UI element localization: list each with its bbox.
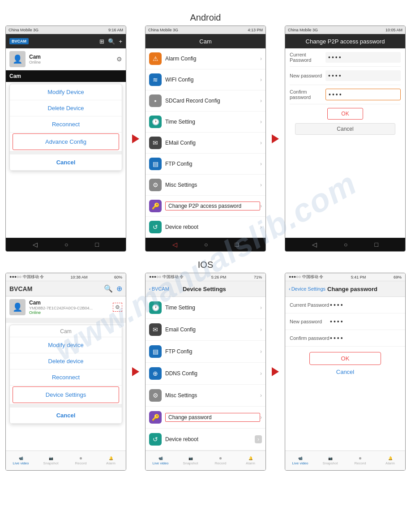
ok-button[interactable]: OK xyxy=(327,108,363,120)
recents-nav-btn[interactable]: □ xyxy=(235,241,239,248)
back-nav-btn[interactable]: ◁ xyxy=(172,241,177,248)
ios3-back-btn[interactable]: ‹ Device Settings xyxy=(289,286,325,292)
recents-nav-btn[interactable]: □ xyxy=(375,241,378,248)
page-wrapper: www.manualslib.com Android China Mobile … xyxy=(0,0,411,484)
ios-changepw-item[interactable]: 🔑 Change password › xyxy=(146,407,265,429)
tab-live-video[interactable]: 📹 Live video xyxy=(6,451,36,470)
ios-email-item[interactable]: ✉ Email Config › xyxy=(146,319,265,341)
home-nav-btn[interactable]: ○ xyxy=(344,241,347,248)
settings-item-wifi[interactable]: ≋ WIFI Config › xyxy=(146,69,265,90)
tab-alarm[interactable]: 🔔 Alarm xyxy=(96,451,126,470)
ios-misc-item[interactable]: ⚙ Misc Settings › xyxy=(146,385,265,407)
settings-item-email[interactable]: ✉ EMail Config › xyxy=(146,133,265,154)
back-nav-btn[interactable]: ◁ xyxy=(33,241,38,248)
ios-phone3-content: Current Password •••• New password •••• … xyxy=(285,297,405,450)
ios-cancel-button[interactable]: Cancel xyxy=(334,367,356,377)
pw-form: Current Password •••• New password •••• xyxy=(285,48,405,238)
advance-config-item[interactable]: Advance Config xyxy=(13,133,119,150)
current-password-input[interactable]: •••• xyxy=(325,52,401,63)
phone2-header-title: Cam xyxy=(149,38,262,45)
settings-item-misc[interactable]: ⚙ Misc Settings › xyxy=(146,175,265,196)
tab-record-2[interactable]: ⏺ Record xyxy=(206,451,235,470)
settings-item-sdcard[interactable]: ▪ SDCard Record Config › xyxy=(146,90,265,112)
ftp-label: FTP Config xyxy=(165,161,260,167)
ios-gear-icon[interactable]: ⚙ xyxy=(113,303,122,312)
tab-live-video-2[interactable]: 📹 Live video xyxy=(146,451,176,470)
settings-item-reboot[interactable]: ↺ Device reboot › xyxy=(146,217,265,238)
search-icon[interactable]: 🔍 xyxy=(104,284,113,293)
android-phone1-status-bar: China Mobile 3G 9:16 AM xyxy=(6,26,126,34)
tab-alarm-3[interactable]: 🔔 Alarm xyxy=(375,451,405,470)
ios3-battery-text: 69% xyxy=(394,275,402,279)
back-nav-btn[interactable]: ◁ xyxy=(312,241,317,248)
chevron-icon: › xyxy=(260,56,262,62)
add-icon[interactable]: + xyxy=(119,38,122,45)
ios-reboot-label: Device reboot xyxy=(165,436,255,442)
android-phone2-app-header: Cam xyxy=(146,34,265,48)
delete-device-item[interactable]: Delete Device xyxy=(10,100,122,116)
snapshot-icon-2: 📷 xyxy=(188,456,193,460)
ios-ddns-label: DDNS Config xyxy=(165,370,260,377)
cam-info: Cam Online xyxy=(29,54,116,64)
settings-item-ftp[interactable]: ▤ FTP Config › xyxy=(146,154,265,175)
settings-item-alarm[interactable]: ⚠ Alarm Config › xyxy=(146,48,265,69)
confirm-password-input[interactable]: •••• xyxy=(325,89,401,100)
settings-item-p2p[interactable]: 🔑 Change P2P access password › xyxy=(146,196,265,217)
ios-ok-button[interactable]: OK xyxy=(309,352,381,365)
arrow-3 xyxy=(129,273,142,471)
android-phone-2: China Mobile 3G 4:13 PM Cam ⚠ Alarm Conf… xyxy=(145,26,266,252)
home-nav-btn[interactable]: ○ xyxy=(64,241,68,248)
arrow-2 xyxy=(269,26,282,252)
ios-reboot-item[interactable]: ↺ Device reboot › xyxy=(146,429,265,450)
ios-email-icon: ✉ xyxy=(149,323,162,336)
home-nav-btn[interactable]: ○ xyxy=(204,241,208,248)
tab-snapshot-2[interactable]: 📷 Snapshot xyxy=(176,451,206,470)
time-text: 9:16 AM xyxy=(108,28,123,32)
new-password-row: New password •••• xyxy=(290,70,401,85)
chevron-icon: › xyxy=(255,435,262,443)
ios-device-settings-item[interactable]: Device Settings xyxy=(13,386,119,403)
ios-delete-device-item[interactable]: Delete device xyxy=(10,353,122,369)
ios-phone3-nav-header: ‹ Device Settings Change password xyxy=(285,281,405,297)
cancel-button[interactable]: Cancel xyxy=(295,123,395,135)
tab-live-video-3[interactable]: 📹 Live video xyxy=(285,451,315,470)
settings-item-time[interactable]: 🕐 Time Setting › xyxy=(146,112,265,133)
arrow-right-icon xyxy=(272,134,279,143)
arrow-4 xyxy=(269,273,282,471)
tab-snapshot[interactable]: 📷 Snapshot xyxy=(36,451,66,470)
ios-tab-bar-2: 📹 Live video 📷 Snapshot ⏺ Record 🔔 Alarm xyxy=(146,450,265,470)
grid-icon[interactable]: ⊞ xyxy=(99,38,104,45)
carrier-text: China Mobile 3G xyxy=(288,28,318,32)
ios-confirm-password-row: Confirm password •••• xyxy=(285,330,405,347)
ios-time-item[interactable]: 🕐 Time Setting › xyxy=(146,297,265,319)
alarm-icon-3: 🔔 xyxy=(388,456,393,460)
ios-ftp-item[interactable]: ▤ FTP Config › xyxy=(146,341,265,363)
alarm-label: Alarm xyxy=(106,461,116,465)
gear-icon[interactable]: ⚙ xyxy=(116,56,122,63)
chevron-icon: › xyxy=(260,161,262,167)
ios-ddns-item[interactable]: ⊕ DDNS Config › xyxy=(146,363,265,385)
back-label: BVCAM xyxy=(152,286,169,292)
ios-modify-device-item[interactable]: Modify device xyxy=(10,337,122,353)
new-password-input[interactable]: •••• xyxy=(325,70,401,81)
tab-alarm-2[interactable]: 🔔 Alarm xyxy=(235,451,265,470)
live-video-icon-3: 📹 xyxy=(298,456,303,460)
modify-device-item[interactable]: Modify Device xyxy=(10,84,122,100)
add-icon[interactable]: ⊕ xyxy=(116,284,122,293)
search-icon[interactable]: 🔍 xyxy=(108,38,115,45)
tab-record[interactable]: ⏺ Record xyxy=(66,451,96,470)
ios-cancel-item[interactable]: Cancel xyxy=(10,408,122,424)
header-icons: ⊞ 🔍 + xyxy=(99,38,122,45)
tab-record-3[interactable]: ⏺ Record xyxy=(345,451,375,470)
reconnect-item[interactable]: Reconnect xyxy=(10,116,122,133)
ios-ftp-label: FTP Config xyxy=(165,348,260,355)
cancel-item[interactable]: Cancel xyxy=(10,154,122,171)
alarm-icon: 🔔 xyxy=(109,456,113,460)
tab-snapshot-3[interactable]: 📷 Snapshot xyxy=(315,451,345,470)
ios-back-btn[interactable]: ‹ BVCAM xyxy=(149,286,169,292)
ios-reboot-icon: ↺ xyxy=(149,433,162,446)
ios-pw-form: Current Password •••• New password •••• … xyxy=(285,297,405,379)
ios-time-icon: 🕐 xyxy=(149,301,162,314)
recents-nav-btn[interactable]: □ xyxy=(95,241,99,248)
ios-reconnect-item[interactable]: Reconnect xyxy=(10,369,122,386)
